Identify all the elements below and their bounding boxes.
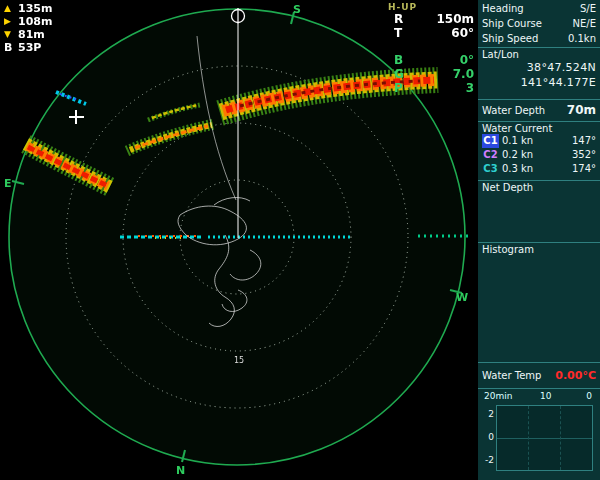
graph-gridline bbox=[528, 406, 529, 470]
ship-speed-label: Ship Speed bbox=[482, 31, 538, 46]
compass-right: W bbox=[456, 291, 468, 304]
c3-speed: 0.3 kn bbox=[502, 162, 572, 176]
hud-row-g: G 7.0 bbox=[394, 67, 474, 81]
x-tick-10: 10 bbox=[540, 391, 551, 401]
current-row-c1: C1 0.1 kn 147° bbox=[482, 134, 596, 148]
net-depth-section: Net Depth bbox=[478, 180, 600, 242]
down-arrow-icon: ▼ bbox=[4, 28, 18, 41]
ship-course-value: NE/E bbox=[573, 16, 597, 31]
marker-value: 108m bbox=[18, 15, 52, 28]
orientation-mode: H-UP bbox=[388, 2, 474, 12]
y-tick-neg2: -2 bbox=[485, 455, 494, 465]
compass-bottom: N bbox=[176, 464, 185, 477]
marker-row: ▼ 81m bbox=[4, 28, 52, 41]
heading-row: Heading S/E bbox=[482, 1, 596, 16]
c1-badge: C1 bbox=[482, 134, 499, 148]
marker-value: 81m bbox=[18, 28, 45, 41]
graph-x-axis: 20min 10 0 bbox=[482, 390, 596, 403]
c1-direction: 147° bbox=[572, 134, 596, 148]
c2-direction: 352° bbox=[572, 148, 596, 162]
heading-label: Heading bbox=[482, 1, 524, 16]
marker-value: 53P bbox=[18, 41, 41, 54]
hud-label: T bbox=[394, 26, 402, 40]
water-temp-value: 0.00°C bbox=[555, 368, 596, 383]
water-current-section: Water Current C1 0.1 kn 147° C2 0.2 kn 3… bbox=[478, 121, 600, 180]
c2-badge: C2 bbox=[482, 148, 499, 162]
y-tick-0: 0 bbox=[488, 432, 494, 442]
c3-direction: 174° bbox=[572, 162, 596, 176]
graph-zero-line bbox=[497, 438, 592, 439]
heading-value: S/E bbox=[580, 1, 596, 16]
ship-speed-value: 0.1kn bbox=[568, 31, 596, 46]
marker-readouts: ▲ 135m ▶ 108m ▼ 81m B 53P bbox=[4, 2, 52, 54]
latlon-label: Lat/Lon bbox=[482, 49, 519, 60]
x-tick-20min: 20min bbox=[484, 391, 512, 401]
ring-label: 15 bbox=[234, 356, 244, 365]
water-depth-label: Water Depth bbox=[482, 103, 545, 118]
marker-row: ▲ 135m bbox=[4, 2, 52, 15]
histogram-section: Histogram bbox=[478, 242, 600, 362]
marker-row: B 53P bbox=[4, 41, 52, 54]
graph-plot-area bbox=[496, 405, 593, 471]
latlon-section: Lat/Lon 38°47.524N 141°44.177E bbox=[478, 47, 600, 99]
ship-course-label: Ship Course bbox=[482, 16, 542, 31]
latitude-value: 38°47.524N bbox=[482, 60, 596, 75]
water-depth-value: 70m bbox=[567, 103, 596, 118]
hud-readouts: H-UP R 150m T 60° B 0° G 7.0 P 3 bbox=[394, 2, 474, 95]
x-tick-0: 0 bbox=[586, 391, 592, 401]
c2-speed: 0.2 kn bbox=[502, 148, 572, 162]
marker-value: 135m bbox=[18, 2, 52, 15]
c1-speed: 0.1 kn bbox=[502, 134, 572, 148]
hud-value: 3 bbox=[466, 81, 474, 95]
navigation-section: Heading S/E Ship Course NE/E Ship Speed … bbox=[478, 0, 600, 47]
temp-graph-section: 20min 10 0 2 0 -2 bbox=[478, 388, 600, 480]
hud-value: 0° bbox=[460, 53, 474, 67]
hud-label: G bbox=[394, 67, 404, 81]
hud-value: 60° bbox=[451, 26, 474, 40]
histogram-label: Histogram bbox=[482, 244, 534, 255]
ship-course-row: Ship Course NE/E bbox=[482, 16, 596, 31]
data-panel: Heading S/E Ship Course NE/E Ship Speed … bbox=[478, 0, 600, 480]
hud-label: R bbox=[394, 12, 403, 26]
water-depth-section: Water Depth 70m bbox=[478, 99, 600, 121]
hud-row-p: P 3 bbox=[394, 81, 474, 95]
marker-b-label: B bbox=[4, 41, 18, 54]
current-row-c2: C2 0.2 kn 352° bbox=[482, 148, 596, 162]
hud-label: B bbox=[394, 53, 403, 67]
water-current-label: Water Current bbox=[482, 123, 552, 134]
net-depth-label: Net Depth bbox=[482, 182, 533, 193]
right-arrow-icon: ▶ bbox=[4, 15, 18, 28]
water-temp-label: Water Temp bbox=[482, 368, 541, 383]
longitude-value: 141°44.177E bbox=[482, 75, 596, 90]
ship-speed-row: Ship Speed 0.1kn bbox=[482, 31, 596, 46]
sonar-display[interactable]: S E W N 15 ▲ 135m ▶ 108m ▼ 81m B 53P H-U… bbox=[0, 0, 478, 480]
current-row-c3: C3 0.3 kn 174° bbox=[482, 162, 596, 176]
up-arrow-icon: ▲ bbox=[4, 2, 18, 15]
graph-y-axis: 2 0 -2 bbox=[482, 405, 496, 469]
marker-row: ▶ 108m bbox=[4, 15, 52, 28]
hud-value: 7.0 bbox=[453, 67, 474, 81]
y-tick-2: 2 bbox=[488, 409, 494, 419]
graph-gridline bbox=[560, 406, 561, 470]
compass-top: S bbox=[293, 3, 301, 16]
hud-row-b: B 0° bbox=[394, 53, 474, 67]
hud-row-tilt: T 60° bbox=[394, 26, 474, 40]
hud-label: P bbox=[394, 81, 403, 95]
compass-left: E bbox=[4, 177, 12, 190]
c3-badge: C3 bbox=[482, 162, 499, 176]
water-temp-section: Water Temp 0.00°C bbox=[478, 362, 600, 388]
hud-row-range: R 150m bbox=[394, 12, 474, 26]
hud-value: 150m bbox=[436, 12, 474, 26]
